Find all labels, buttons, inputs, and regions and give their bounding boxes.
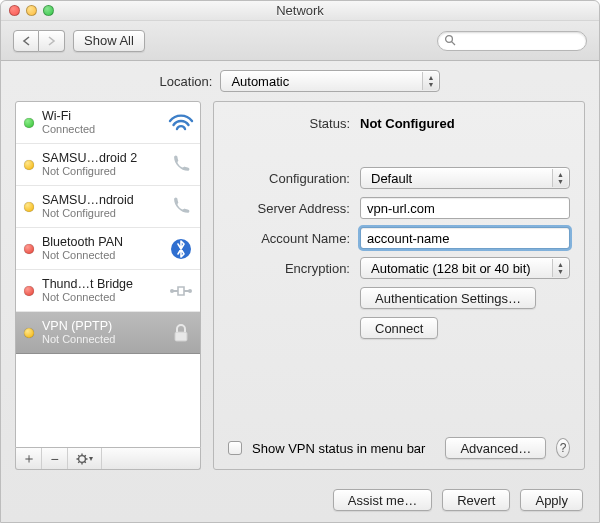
show-all-button[interactable]: Show All bbox=[73, 30, 145, 52]
configuration-value: Default bbox=[371, 171, 412, 186]
updown-icon: ▲▼ bbox=[422, 72, 438, 90]
service-row[interactable]: SAMSU…droid 2 Not Configured bbox=[16, 144, 200, 186]
svg-line-1 bbox=[452, 41, 455, 44]
configuration-label: Configuration: bbox=[228, 171, 350, 186]
back-button[interactable] bbox=[13, 30, 39, 52]
sidebar-footer: ＋ − bbox=[15, 448, 201, 470]
action-menu-button[interactable] bbox=[68, 448, 102, 469]
service-name: Wi-Fi bbox=[42, 109, 160, 123]
main: Wi-Fi Connected SAMSU…droid 2 Not Config… bbox=[1, 101, 599, 478]
sidebar: Wi-Fi Connected SAMSU…droid 2 Not Config… bbox=[15, 101, 201, 470]
remove-service-button[interactable]: − bbox=[42, 448, 68, 469]
add-service-button[interactable]: ＋ bbox=[16, 448, 42, 469]
service-name: Thund…t Bridge bbox=[42, 277, 160, 291]
status-dot-icon bbox=[24, 118, 34, 128]
service-row[interactable]: Bluetooth PAN Not Connected bbox=[16, 228, 200, 270]
location-popup[interactable]: Automatic ▲▼ bbox=[220, 70, 440, 92]
ethernet-icon bbox=[168, 278, 194, 304]
service-status: Not Configured bbox=[42, 165, 160, 178]
phone-icon bbox=[168, 152, 194, 178]
detail-form: Status: Not Configured Configuration: De… bbox=[228, 116, 570, 339]
search-icon bbox=[444, 34, 456, 46]
location-value: Automatic bbox=[231, 74, 289, 89]
status-dot-icon bbox=[24, 244, 34, 254]
toolbar: Show All bbox=[1, 21, 599, 61]
service-name: SAMSU…droid 2 bbox=[42, 151, 160, 165]
encryption-value: Automatic (128 bit or 40 bit) bbox=[371, 261, 531, 276]
service-name: SAMSU…ndroid bbox=[42, 193, 160, 207]
help-button[interactable]: ? bbox=[556, 438, 570, 458]
status-dot-icon bbox=[24, 202, 34, 212]
status-label: Status: bbox=[228, 116, 350, 131]
svg-line-14 bbox=[84, 455, 85, 456]
advanced-button[interactable]: Advanced… bbox=[445, 437, 546, 459]
location-label: Location: bbox=[160, 74, 213, 89]
svg-rect-5 bbox=[175, 332, 187, 341]
chevron-right-icon bbox=[47, 36, 56, 46]
service-row-selected[interactable]: VPN (PPTP) Not Connected bbox=[16, 312, 200, 354]
status-dot-icon bbox=[24, 328, 34, 338]
account-name-input[interactable] bbox=[360, 227, 570, 249]
status-dot-icon bbox=[24, 286, 34, 296]
service-text: Bluetooth PAN Not Connected bbox=[42, 235, 160, 262]
connect-button[interactable]: Connect bbox=[360, 317, 438, 339]
svg-point-6 bbox=[78, 455, 85, 462]
svg-line-13 bbox=[78, 461, 79, 462]
service-status: Not Connected bbox=[42, 333, 160, 346]
window-title: Network bbox=[1, 3, 599, 18]
assist-me-button[interactable]: Assist me… bbox=[333, 489, 432, 511]
service-name: VPN (PPTP) bbox=[42, 319, 160, 333]
nav-buttons bbox=[13, 30, 65, 52]
bluetooth-icon bbox=[168, 236, 194, 262]
server-address-input[interactable] bbox=[360, 197, 570, 219]
auth-settings-button[interactable]: Authentication Settings… bbox=[360, 287, 536, 309]
apply-button[interactable]: Apply bbox=[520, 489, 583, 511]
service-status: Not Connected bbox=[42, 291, 160, 304]
network-prefs-window: Network Show All Location: Automatic ▲▼ bbox=[0, 0, 600, 523]
svg-point-4 bbox=[188, 289, 192, 293]
encryption-popup[interactable]: Automatic (128 bit or 40 bit) ▲▼ bbox=[360, 257, 570, 279]
server-address-label: Server Address: bbox=[228, 201, 350, 216]
service-text: SAMSU…droid 2 Not Configured bbox=[42, 151, 160, 178]
spacer bbox=[228, 139, 570, 159]
updown-icon: ▲▼ bbox=[552, 259, 568, 277]
service-row[interactable]: SAMSU…ndroid Not Configured bbox=[16, 186, 200, 228]
configuration-popup[interactable]: Default ▲▼ bbox=[360, 167, 570, 189]
account-name-label: Account Name: bbox=[228, 231, 350, 246]
show-vpn-status-label: Show VPN status in menu bar bbox=[252, 441, 425, 456]
encryption-label: Encryption: bbox=[228, 261, 350, 276]
service-text: SAMSU…ndroid Not Configured bbox=[42, 193, 160, 220]
service-status: Not Connected bbox=[42, 249, 160, 262]
forward-button[interactable] bbox=[39, 30, 65, 52]
chevron-left-icon bbox=[22, 36, 31, 46]
status-dot-icon bbox=[24, 160, 34, 170]
lock-icon bbox=[168, 320, 194, 346]
svg-point-0 bbox=[446, 35, 453, 42]
search-input[interactable] bbox=[437, 31, 587, 51]
svg-line-12 bbox=[84, 461, 85, 462]
titlebar: Network bbox=[1, 1, 599, 21]
service-row[interactable]: Thund…t Bridge Not Connected bbox=[16, 270, 200, 312]
show-vpn-status-checkbox[interactable] bbox=[228, 441, 242, 455]
revert-button[interactable]: Revert bbox=[442, 489, 510, 511]
service-row[interactable]: Wi-Fi Connected bbox=[16, 102, 200, 144]
wifi-icon bbox=[168, 110, 194, 136]
service-name: Bluetooth PAN bbox=[42, 235, 160, 249]
phone-icon bbox=[168, 194, 194, 220]
gear-icon bbox=[76, 453, 94, 465]
window-footer: Assist me… Revert Apply bbox=[1, 478, 599, 522]
detail-panel: Status: Not Configured Configuration: De… bbox=[213, 101, 585, 470]
service-status: Connected bbox=[42, 123, 160, 136]
service-text: VPN (PPTP) Not Connected bbox=[42, 319, 160, 346]
service-list[interactable]: Wi-Fi Connected SAMSU…droid 2 Not Config… bbox=[15, 101, 201, 448]
location-row: Location: Automatic ▲▼ bbox=[1, 61, 599, 101]
service-text: Wi-Fi Connected bbox=[42, 109, 160, 136]
detail-footer: Show VPN status in menu bar Advanced… ? bbox=[228, 437, 570, 459]
status-value: Not Configured bbox=[360, 116, 570, 131]
service-status: Not Configured bbox=[42, 207, 160, 220]
svg-point-3 bbox=[170, 289, 174, 293]
search-wrap bbox=[437, 31, 587, 51]
updown-icon: ▲▼ bbox=[552, 169, 568, 187]
svg-line-11 bbox=[78, 455, 79, 456]
service-text: Thund…t Bridge Not Connected bbox=[42, 277, 160, 304]
